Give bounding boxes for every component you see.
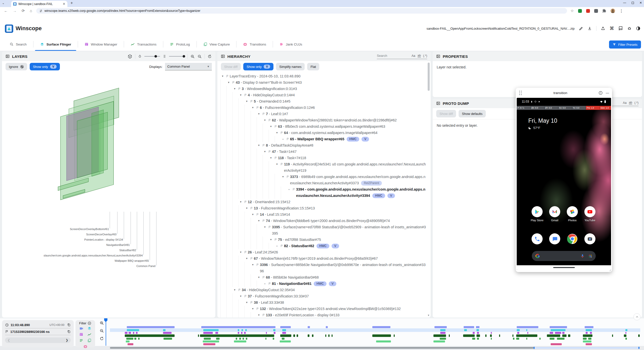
trace-block[interactable] [473, 332, 475, 334]
layers-3d-canvas[interactable]: ScreenDecorOverlayBottom#61ScreenDecorOv… [2, 72, 215, 318]
track-view-capture[interactable] [110, 340, 640, 342]
layer-label[interactable]: NavigationBar0#81 [106, 243, 130, 246]
expand-arrow-icon[interactable]: ▼ [269, 123, 273, 130]
expand-arrow-icon[interactable]: ▼ [251, 262, 255, 268]
trace-block[interactable] [583, 334, 592, 337]
phone-app-icon[interactable] [532, 233, 543, 244]
tree-node[interactable]: ●65 - Wallpaper BBQ wrapper#65HWCV [220, 136, 427, 142]
trace-block[interactable] [440, 338, 446, 340]
regex-icon[interactable]: (.*) [423, 54, 427, 58]
trace-block[interactable] [551, 329, 566, 331]
trace-block[interactable] [583, 340, 591, 342]
tree-node[interactable]: ▼68 - 885b63e NavigationBar0#68 [220, 274, 427, 281]
tree-node[interactable]: ▼4 - HideDisplayCutout:0:14#4 [220, 92, 427, 98]
report-bug-icon[interactable] [627, 26, 632, 31]
edit-pencil-icon[interactable] [579, 26, 583, 31]
expand-arrow-icon[interactable]: ▼ [245, 98, 249, 105]
photos-app-icon[interactable] [567, 206, 578, 217]
trace-block[interactable] [238, 329, 239, 331]
trace-block[interactable] [282, 332, 286, 334]
trace-block[interactable] [265, 338, 266, 340]
trace-block[interactable] [512, 334, 513, 337]
transition-overlay-window[interactable]: transition — 11:03 P: 0 / 1dX: 0.0dY: 0.… [516, 88, 612, 272]
trace-block[interactable] [583, 338, 587, 340]
trace-block[interactable] [308, 326, 310, 328]
expand-arrow-icon[interactable]: ▼ [257, 218, 261, 224]
show-only-chip[interactable]: Show only V [30, 63, 60, 70]
forward-button[interactable]: → [13, 9, 17, 13]
trace-block[interactable] [239, 338, 241, 340]
expand-arrow-icon[interactable]: ▼ [275, 130, 279, 136]
trace-block[interactable] [203, 340, 219, 342]
expand-arrow-icon[interactable]: ▼ [238, 92, 243, 98]
show-only-chip[interactable]: Show only V [243, 63, 273, 70]
trace-block[interactable] [138, 338, 140, 340]
trace-block[interactable] [243, 338, 244, 340]
tree-node[interactable]: ▼75 - ed70f88 StatusBar#75 [220, 237, 427, 243]
window-minimize-button[interactable]: — [623, 1, 626, 5]
timeline-scroll-range[interactable] [110, 347, 534, 349]
trace-block[interactable] [562, 334, 567, 337]
tree-node[interactable]: ▼67 - WindowToken{e5176f9 type=2019 andr… [220, 255, 427, 262]
match-word-icon[interactable]: ab [629, 101, 632, 105]
timestamp-human[interactable]: 11:03:48.890 [11, 323, 30, 327]
timeline-tracks[interactable] [0, 318, 644, 350]
trace-block[interactable] [440, 332, 446, 334]
trace-block[interactable] [585, 326, 594, 328]
tree-node[interactable]: ▼118 - Task=7#118 [220, 155, 427, 161]
expand-arrow-icon[interactable]: ▼ [245, 255, 249, 262]
track-protolog[interactable] [110, 338, 640, 340]
expand-arrow-icon[interactable]: ▼ [257, 142, 261, 149]
match-word-icon[interactable]: ab [418, 54, 421, 58]
trace-block[interactable] [555, 332, 561, 334]
expand-arrow-icon[interactable]: ▼ [251, 211, 255, 218]
drag-handle-icon[interactable] [519, 90, 522, 95]
trace-block[interactable] [472, 338, 475, 340]
tree-node[interactable]: ▼34 - HideDisplayCutout:32:35#34 [220, 287, 427, 293]
trace-block[interactable] [204, 338, 211, 340]
trace-block[interactable] [516, 334, 537, 337]
trace-block[interactable] [550, 332, 553, 334]
collapse-panel-icon[interactable] [221, 54, 225, 58]
trace-block[interactable] [308, 334, 309, 337]
expand-arrow-icon[interactable]: ▼ [238, 293, 243, 299]
tree-node[interactable]: ▼8 - DefaultTaskDisplayArea#8 [220, 142, 427, 149]
trace-block[interactable] [562, 332, 564, 334]
trace-block[interactable] [590, 332, 592, 334]
expand-arrow-icon[interactable]: ▼ [263, 117, 267, 123]
trace-block[interactable] [485, 334, 486, 337]
trace-block[interactable] [282, 329, 286, 331]
site-settings-icon[interactable] [39, 9, 43, 13]
browser-menu-icon[interactable]: ⋮ [619, 9, 623, 13]
track-transitions[interactable] [110, 343, 640, 345]
trace-block[interactable] [433, 340, 445, 342]
tree-node[interactable]: ▼62 - WallpaperWindowToken{28892d1 token… [220, 117, 427, 123]
trace-block[interactable] [125, 334, 175, 337]
trace-block[interactable] [568, 334, 570, 337]
timeline-zoom-in-icon[interactable] [100, 321, 104, 325]
tree-node[interactable]: ▼38 - Leaf:33:33#38 [220, 299, 427, 306]
filter-view-capture-icon[interactable] [87, 338, 92, 343]
trace-block[interactable] [394, 334, 395, 337]
layer-label[interactable]: StatusBar#82 [119, 249, 136, 252]
profile-avatar[interactable] [611, 9, 615, 13]
lens-icon[interactable] [588, 254, 592, 258]
expand-arrow-icon[interactable]: ▼ [245, 205, 249, 211]
rotation-slider[interactable] [144, 56, 160, 57]
trace-block[interactable] [612, 334, 613, 337]
trace-block[interactable] [539, 338, 540, 340]
track-window-manager[interactable] [110, 332, 640, 334]
trace-block[interactable] [274, 332, 275, 334]
range-handle-right[interactable] [638, 347, 639, 349]
expand-arrow-icon[interactable]: ▼ [263, 149, 267, 155]
prev-entry-button[interactable]: ❮ [8, 338, 10, 342]
trace-block[interactable] [433, 334, 446, 337]
trace-block[interactable] [332, 334, 333, 337]
youtube-app-icon[interactable] [584, 206, 595, 217]
timeline-zoom-out-icon[interactable] [100, 329, 104, 333]
info-icon[interactable] [598, 91, 603, 95]
expand-arrow-icon[interactable]: ▼ [275, 161, 279, 167]
timeline-cursor[interactable] [106, 318, 106, 346]
gmail-app-icon[interactable] [549, 206, 560, 217]
trace-block[interactable] [164, 338, 172, 340]
